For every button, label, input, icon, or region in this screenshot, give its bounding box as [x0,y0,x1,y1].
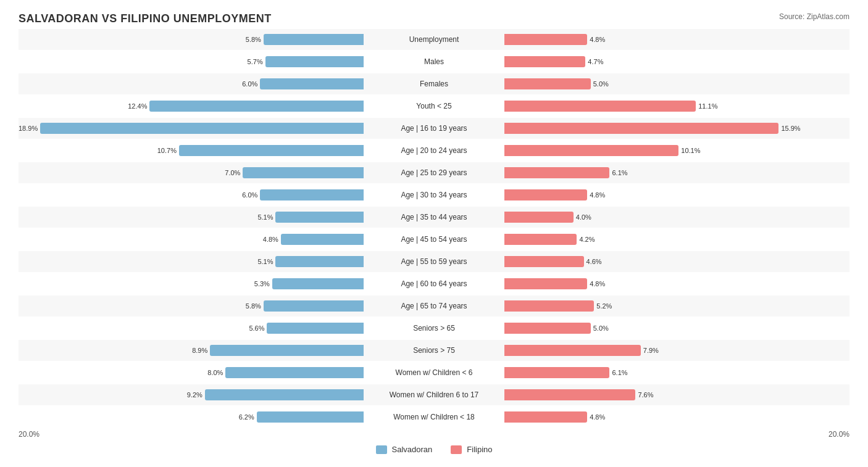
bar-left [260,78,364,89]
bar-right-value: 4.7% [588,58,603,65]
bar-left-value: 6.2% [239,413,254,421]
bar-right-value: 4.2% [579,236,595,243]
bar-left-section: 5.1% [19,207,366,228]
bar-right-value: 4.6% [586,258,602,265]
bar-right-value: 6.1% [612,169,627,176]
axis-row: 20.0% 20.0% [19,430,849,439]
legend-salvadoran: Salvadoran [376,445,433,454]
chart-row: 5.8%Age | 65 to 74 years5.2% [19,295,849,316]
bar-left [40,123,364,134]
bar-left-value: 5.8% [246,302,261,310]
chart-row: 5.3%Age | 60 to 64 years4.8% [19,273,849,294]
row-label: Age | 20 to 24 years [366,146,502,155]
bar-left-value: 5.3% [254,280,270,287]
bar-left-section: 18.9% [19,118,366,139]
bar-right-section: 6.1% [502,162,849,183]
bar-right [504,34,587,45]
bar-left [260,189,364,200]
bar-left-section: 5.8% [19,29,366,50]
bar-left-section: 8.9% [19,340,366,361]
bar-left-value: 9.2% [187,391,202,399]
row-label: Age | 55 to 59 years [366,257,502,266]
bar-left [281,234,364,245]
bar-right [504,212,574,223]
bar-left-section: 9.2% [19,384,366,405]
bar-right [504,189,587,200]
row-label: Women w/ Children < 18 [366,413,502,421]
bar-right [504,345,641,356]
bar-left-value: 5.8% [246,36,261,43]
bar-right [504,389,635,400]
bar-left-section: 10.7% [19,140,366,161]
bar-left [264,300,364,312]
bar-right-section: 5.0% [502,73,849,94]
chart-row: 6.0%Age | 30 to 34 years4.8% [19,184,849,205]
bar-right-section: 4.8% [502,184,849,205]
bar-left [205,389,364,400]
legend-filipino-label: Filipino [467,445,492,454]
row-label: Age | 60 to 64 years [366,279,502,288]
bar-right-section: 4.8% [502,407,849,428]
row-label: Unemployment [366,35,502,44]
bar-right-value: 5.0% [593,324,609,332]
bar-right-section: 5.2% [502,295,849,316]
bar-right-section: 4.8% [502,29,849,50]
bar-right [504,101,696,112]
legend-filipino: Filipino [451,445,492,454]
bar-left-section: 5.8% [19,295,366,316]
bar-left-section: 5.3% [19,273,366,294]
row-label: Age | 65 to 74 years [366,302,502,310]
bar-left [275,256,364,267]
bar-left-value: 8.0% [207,369,223,376]
chart-row: 7.0%Age | 25 to 29 years6.1% [19,162,849,183]
row-label: Age | 35 to 44 years [366,213,502,221]
bar-left-section: 12.4% [19,96,366,117]
bar-right [504,256,584,267]
bar-right-section: 4.2% [502,229,849,250]
row-label: Age | 25 to 29 years [366,168,502,177]
bar-right-value: 4.8% [590,191,605,199]
bar-right [504,234,577,245]
bar-left-section: 6.0% [19,73,366,94]
bar-right-section: 10.1% [502,140,849,161]
chart-row: 5.1%Age | 35 to 44 years4.0% [19,207,849,228]
chart-row: 8.0%Women w/ Children < 66.1% [19,362,849,383]
bar-left-section: 5.6% [19,318,366,339]
bar-left-value: 12.4% [128,102,147,110]
row-label: Youth < 25 [366,102,502,110]
legend: Salvadoran Filipino [19,445,849,454]
row-label: Seniors > 65 [366,324,502,333]
axis-left-label: 20.0% [19,430,40,439]
bar-right-value: 5.2% [596,302,612,310]
row-label: Seniors > 75 [366,346,502,355]
legend-salvadoran-box [376,445,387,454]
bar-left-value: 5.1% [257,258,273,265]
axis-right-label: 20.0% [828,430,849,439]
bar-left-value: 7.0% [225,169,240,176]
chart-row: 6.0%Females5.0% [19,73,849,94]
bar-left-section: 7.0% [19,162,366,183]
bar-left-value: 5.1% [257,213,273,221]
bar-right-value: 11.1% [698,102,717,110]
chart-row: 5.7%Males4.7% [19,51,849,72]
source-label: Source: ZipAtlas.com [779,12,849,21]
bar-right-value: 7.6% [638,391,653,399]
row-label: Women w/ Children < 6 [366,368,502,377]
chart-row: 8.9%Seniors > 757.9% [19,340,849,361]
chart-row: 18.9%Age | 16 to 19 years15.9% [19,118,849,139]
bar-right-section: 7.6% [502,384,849,405]
bar-left-value: 5.7% [248,58,263,65]
chart-row: 9.2%Women w/ Children 6 to 177.6% [19,384,849,405]
bar-left [210,345,364,356]
bar-right [504,300,594,312]
legend-filipino-box [451,445,462,454]
bar-left-value: 18.9% [19,125,38,132]
bar-right-value: 4.8% [590,36,605,43]
chart-row: 4.8%Age | 45 to 54 years4.2% [19,229,849,250]
bar-right-section: 11.1% [502,96,849,117]
bar-right [504,145,678,156]
chart-row: 10.7%Age | 20 to 24 years10.1% [19,140,849,161]
bar-right-section: 4.8% [502,273,849,294]
bar-right-value: 10.1% [681,147,700,154]
row-label: Males [366,57,502,66]
